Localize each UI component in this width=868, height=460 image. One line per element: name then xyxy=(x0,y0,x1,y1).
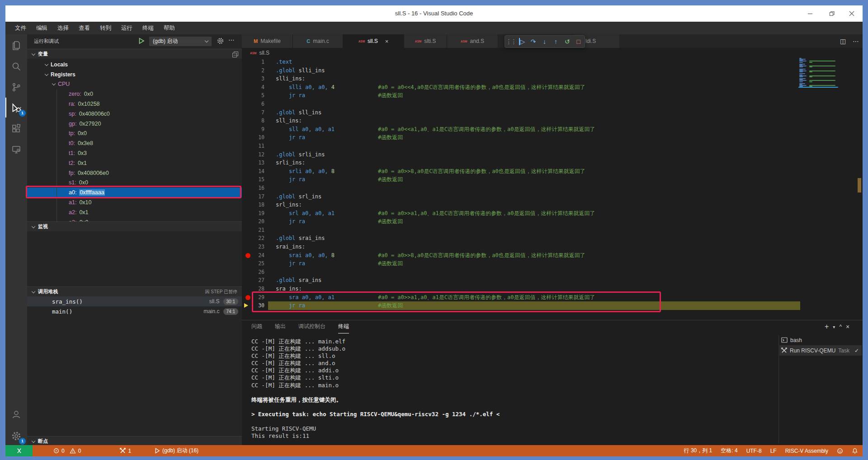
code-line-22[interactable]: 22.globl srai_ins xyxy=(242,234,863,243)
step-over-button[interactable]: ↷ xyxy=(528,38,539,45)
code-line-15[interactable]: 15 jr ra#函数返回 xyxy=(242,175,863,184)
code-line-30[interactable]: 30 jr ra#函数返回 xyxy=(242,301,863,310)
code-line-21[interactable]: 21 xyxy=(242,226,863,235)
close-button[interactable] xyxy=(843,5,861,22)
code-line-1[interactable]: 1.text xyxy=(242,58,863,66)
code-line-9[interactable]: 9 sll a0, a0, a1#a0 = a0<<a1,a0、a1是C语言调用… xyxy=(242,125,863,134)
code-line-10[interactable]: 10 jr ra#函数返回 xyxy=(242,133,863,142)
indentation[interactable]: 空格: 4 xyxy=(721,445,737,456)
stop-button[interactable]: □ xyxy=(573,38,584,45)
code-line-12[interactable]: 12.globl srli_ins xyxy=(242,150,863,159)
tab-Makefile[interactable]: MMakefile xyxy=(242,34,293,48)
register-row-a3[interactable]: a3:0x0 xyxy=(27,217,242,221)
source-control-button[interactable] xyxy=(5,80,27,95)
panel-tab-输出[interactable]: 输出 xyxy=(275,320,286,333)
code-line-6[interactable]: 6 xyxy=(242,100,863,108)
code-line-8[interactable]: 8sll_ins: xyxy=(242,117,863,125)
code-line-3[interactable]: 3slli_ins: xyxy=(242,75,863,83)
close-tab-icon[interactable]: × xyxy=(385,38,389,45)
callstack-frame-main()[interactable]: main()main.c74:1 xyxy=(27,306,242,316)
menu-item-终端[interactable]: 终端 xyxy=(137,22,159,34)
collapse-all-icon[interactable] xyxy=(232,52,238,57)
register-row-sp[interactable]: sp:0x408006c0 xyxy=(27,109,242,119)
language-mode[interactable]: RISC-V Assembly xyxy=(785,445,828,456)
menu-item-选择[interactable]: 选择 xyxy=(52,22,74,34)
new-terminal-button[interactable]: + xyxy=(825,323,829,331)
code-line-29[interactable]: 29 sra a0, a0, a1#a0 = a0>>a1,a0、a1是C语言调… xyxy=(242,293,863,302)
tree-item-Locals[interactable]: Locals xyxy=(27,60,242,70)
callstack-section-header[interactable]: 调用堆栈 因 STEP 已暂停 xyxy=(27,286,242,296)
more-actions-button[interactable]: ⋯ xyxy=(228,36,235,43)
register-row-t1[interactable]: t1:0x3 xyxy=(27,148,242,158)
register-row-fp[interactable]: fp:0x408006e0 xyxy=(27,168,242,178)
register-row-zero[interactable]: zero:0x0 xyxy=(27,89,242,99)
code-line-19[interactable]: 19 srl a0, a0, a1#a0 = a0>>a1,a0、a1是C语言调… xyxy=(242,209,863,218)
code-line-18[interactable]: 18srl_ins: xyxy=(242,201,863,209)
panel-tab-调试控制台[interactable]: 调试控制台 xyxy=(298,320,326,333)
restart-button[interactable]: ↺ xyxy=(561,38,573,45)
code-line-24[interactable]: 24 srai a0, a0, 8#a0 = a0>>8,a0是C语言调用者传递… xyxy=(242,251,863,260)
code-line-20[interactable]: 20 jr ra#函数返回 xyxy=(242,217,863,226)
tab-slti.S[interactable]: ASMslti.S xyxy=(404,34,447,48)
register-row-t2[interactable]: t2:0x1 xyxy=(27,158,242,168)
menu-item-运行[interactable]: 运行 xyxy=(116,22,137,34)
step-out-button[interactable]: ↑ xyxy=(550,38,561,45)
extensions-button[interactable] xyxy=(5,121,27,136)
callstack-frame-sra_ins()[interactable]: sra_ins()sll.S30:1 xyxy=(27,296,242,306)
ports-indicator[interactable]: 1 xyxy=(120,445,131,456)
code-line-23[interactable]: 23srai_ins: xyxy=(242,243,863,251)
register-row-gp[interactable]: gp:0x27920 xyxy=(27,119,242,129)
code-line-5[interactable]: 5 jr ra#函数返回 xyxy=(242,91,863,100)
register-row-tp[interactable]: tp:0x0 xyxy=(27,129,242,139)
restore-button[interactable] xyxy=(823,5,841,22)
toolbar-drag-handle[interactable]: ⋮⋮ xyxy=(505,38,516,45)
minimap[interactable] xyxy=(798,58,839,99)
register-row-a1[interactable]: a1:0x10 xyxy=(27,197,242,207)
settings-button[interactable]: 1 xyxy=(5,428,27,444)
remote-indicator[interactable] xyxy=(5,445,33,456)
cursor-position[interactable]: 行 30，列 1 xyxy=(684,445,712,456)
remote-explorer-button[interactable] xyxy=(5,142,27,157)
menu-item-文件[interactable]: 文件 xyxy=(10,22,31,34)
panel-tab-终端[interactable]: 终端 xyxy=(338,320,349,333)
code-editor[interactable]: 1.text2.globl slli_ins3slli_ins:4 slli a… xyxy=(242,58,863,320)
breakpoints-section-header[interactable]: 断点 xyxy=(27,436,242,446)
code-line-27[interactable]: 27.globl sra_ins xyxy=(242,276,863,285)
tab-and.S[interactable]: ASMand.S xyxy=(447,34,498,48)
code-line-14[interactable]: 14 srli a0, a0, 8#a0 = a0>>8,a0是C语言调用者传递… xyxy=(242,167,863,176)
tree-item-Registers[interactable]: Registers xyxy=(27,70,242,80)
menu-item-转到[interactable]: 转到 xyxy=(95,22,116,34)
search-button[interactable] xyxy=(5,59,27,74)
breadcrumb[interactable]: ASM sll.S xyxy=(242,48,863,58)
code-line-17[interactable]: 17.globl srl_ins xyxy=(242,192,863,201)
tree-item-CPU[interactable]: CPU xyxy=(27,80,242,89)
code-line-28[interactable]: 28sra_ins: xyxy=(242,285,863,293)
panel-tab-问题[interactable]: 问题 xyxy=(251,320,262,333)
close-panel-button[interactable]: × xyxy=(846,323,849,330)
code-line-25[interactable]: 25 jr ra#函数返回 xyxy=(242,259,863,268)
code-line-7[interactable]: 7.globl sll_ins xyxy=(242,108,863,117)
watch-section-header[interactable]: 监视 xyxy=(27,221,242,231)
menu-item-查看[interactable]: 查看 xyxy=(74,22,95,34)
code-line-13[interactable]: 13srli_ins: xyxy=(242,159,863,167)
menu-item-帮助[interactable]: 帮助 xyxy=(159,22,180,34)
debug-config-dropdown[interactable]: (gdb) 启动 xyxy=(149,37,212,46)
debug-session-indicator[interactable]: (gdb) 启动 (16) xyxy=(155,445,198,456)
register-row-t0[interactable]: t0:0x3e8 xyxy=(27,138,242,148)
explorer-button[interactable] xyxy=(5,38,27,53)
maximize-panel-button[interactable]: ^ xyxy=(839,324,842,330)
account-button[interactable] xyxy=(5,407,27,422)
problems-indicator[interactable]: 0 0 xyxy=(53,445,81,456)
run-and-debug-button[interactable]: 1 xyxy=(5,100,27,116)
notifications-button[interactable] xyxy=(852,445,858,456)
variables-section-header[interactable]: 变量 xyxy=(27,49,242,59)
code-line-2[interactable]: 2.globl slli_ins xyxy=(242,66,863,75)
tab-sll.S[interactable]: ASMsll.S× xyxy=(343,34,404,48)
split-editor-button[interactable]: ◫ xyxy=(840,38,846,45)
code-line-16[interactable]: 16 xyxy=(242,184,863,192)
register-row-a2[interactable]: a2:0x1 xyxy=(27,207,242,217)
register-row-ra[interactable]: ra:0x10258 xyxy=(27,99,242,109)
code-line-4[interactable]: 4 slli a0, a0, 4#a0 = a0<<4,a0是C语言调用者传递的… xyxy=(242,83,863,92)
menu-item-编辑[interactable]: 编辑 xyxy=(31,22,52,34)
terminal-dropdown-button[interactable]: ▾ xyxy=(833,324,835,329)
